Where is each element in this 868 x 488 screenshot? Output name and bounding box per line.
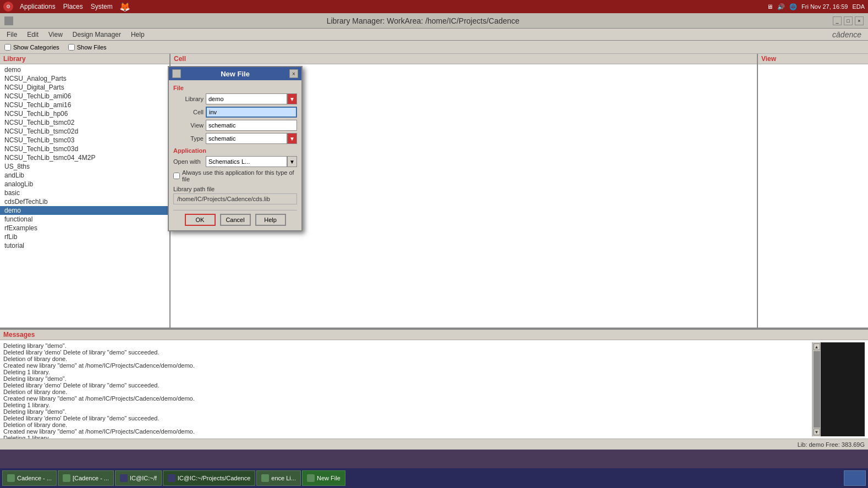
window-icon <box>4 16 13 25</box>
view-list <box>758 64 868 328</box>
always-use-checkbox[interactable] <box>173 173 180 179</box>
system-menu[interactable]: System <box>87 2 116 12</box>
taskbar-cadence2[interactable]: [Cadence - ... <box>58 470 114 486</box>
taskbar-ic1[interactable]: IC@IC:~/f <box>115 470 162 486</box>
menu-view[interactable]: View <box>44 30 67 40</box>
library-item-8[interactable]: NCSU_TechLib_tsmc03 <box>0 136 169 145</box>
library-item-9[interactable]: NCSU_TechLib_tsmc03d <box>0 145 169 153</box>
library-item-11[interactable]: US_8ths <box>0 162 169 171</box>
scroll-up-btn[interactable]: ▲ <box>814 343 820 350</box>
cell-field-label: Cell <box>173 109 204 115</box>
library-item-3[interactable]: NCSU_TechLib_ami06 <box>0 92 169 101</box>
dialog-title: New File <box>181 70 289 78</box>
library-item-0[interactable]: demo <box>0 65 169 74</box>
open-with-row: Open with ▼ <box>173 156 297 167</box>
taskbar-ence-icon <box>261 474 269 482</box>
open-with-label: Open with <box>173 158 204 165</box>
library-input[interactable] <box>206 93 287 104</box>
library-item-15[interactable]: cdsDefTechLib <box>0 197 169 206</box>
library-item-6[interactable]: NCSU_TechLib_tsmc02 <box>0 118 169 127</box>
type-field-label: Type <box>173 135 204 142</box>
library-item-19[interactable]: rfLib <box>0 232 169 241</box>
sys-tray-sound: 🔊 <box>777 3 785 10</box>
type-dropdown-btn[interactable]: ▼ <box>287 133 297 144</box>
cancel-button[interactable]: Cancel <box>220 214 251 226</box>
taskbar-cadence[interactable]: Cadence - ... <box>2 470 57 486</box>
taskbar-newfile-icon <box>307 474 315 482</box>
username: EDA <box>852 3 865 10</box>
taskbar-newfile-label: New File <box>317 475 340 481</box>
file-section-label: File <box>173 85 297 91</box>
library-dropdown-btn[interactable]: ▼ <box>287 93 297 104</box>
taskbar-ic2[interactable]: IC@IC:~/Projects/Cadence <box>163 470 256 486</box>
taskbar-cadence-label: Cadence - ... <box>17 475 52 481</box>
app-select-wrap: ▼ <box>206 156 297 167</box>
minimize-button[interactable]: _ <box>833 16 842 25</box>
places-menu[interactable]: Places <box>60 2 86 12</box>
messages-footer-text: Lib: demo Free: 383.69G <box>798 441 865 448</box>
taskbar-newfile[interactable]: New File <box>302 470 345 486</box>
library-item-5[interactable]: NCSU_TechLib_hp06 <box>0 109 169 118</box>
message-line-0: Deleting library "demo". <box>3 342 812 349</box>
show-categories-checkbox[interactable]: Show Categories <box>4 44 59 51</box>
library-item-16[interactable]: demo <box>0 206 169 215</box>
show-files-checkbox[interactable]: Show Files <box>68 44 107 51</box>
library-item-12[interactable]: andLib <box>0 171 169 180</box>
new-file-dialog: New File × File Library ▼ Cell View Type… <box>168 66 303 231</box>
show-files-label: Show Files <box>77 44 107 51</box>
menu-file[interactable]: File <box>2 30 21 40</box>
sys-tray-network2: 🌐 <box>789 3 797 10</box>
messages-scrollbar[interactable]: ▲ ▼ <box>812 342 821 436</box>
library-item-2[interactable]: NCSU_Digital_Parts <box>0 83 169 92</box>
taskbar-ence[interactable]: ence Li... <box>256 470 301 486</box>
library-list[interactable]: demoNCSU_Analog_PartsNCSU_Digital_PartsN… <box>0 64 169 328</box>
maximize-button[interactable]: □ <box>844 16 853 25</box>
system-bar-right: 🖥 🔊 🌐 Fri Nov 27, 16:59 EDA <box>767 3 865 10</box>
dialog-close-button[interactable]: × <box>289 69 298 78</box>
menu-bar-items: File Edit View Design Manager Help <box>2 30 149 40</box>
dialog-title-bar: New File × <box>169 67 301 80</box>
taskbar: Cadence - ... [Cadence - ... IC@IC:~/f I… <box>0 468 868 488</box>
cell-input[interactable] <box>206 107 297 118</box>
library-item-20[interactable]: tutorial <box>0 241 169 250</box>
app-dropdown-btn[interactable]: ▼ <box>287 156 297 167</box>
message-line-8: Created new library "demo" at /home/IC/P… <box>3 395 812 402</box>
messages-header: Messages <box>0 330 868 340</box>
library-item-17[interactable]: functional <box>0 215 169 224</box>
menu-edit[interactable]: Edit <box>23 30 43 40</box>
messages-content: Deleting library "demo".Deleted library … <box>0 340 868 439</box>
library-item-14[interactable]: basic <box>0 188 169 197</box>
message-line-13: Created new library "demo" at /home/IC/P… <box>3 428 812 435</box>
taskbar-desktop-btn[interactable] <box>844 470 866 486</box>
show-files-input[interactable] <box>68 44 75 51</box>
taskbar-ic1-label: IC@IC:~/f <box>130 475 157 481</box>
applications-menu[interactable]: Applications <box>17 2 59 12</box>
library-item-13[interactable]: analogLib <box>0 180 169 188</box>
library-item-7[interactable]: NCSU_TechLib_tsmc02d <box>0 127 169 136</box>
app-input[interactable] <box>206 156 287 167</box>
show-categories-input[interactable] <box>4 44 11 51</box>
type-input[interactable] <box>206 133 287 144</box>
dialog-icon <box>172 69 181 78</box>
taskbar-cadence-icon <box>7 474 15 482</box>
menu-design-manager[interactable]: Design Manager <box>68 30 125 40</box>
library-item-18[interactable]: rfExamples <box>0 224 169 232</box>
taskbar-cadence2-icon <box>63 474 70 482</box>
help-button[interactable]: Help <box>255 214 286 226</box>
message-line-7: Deletion of library done. <box>3 389 812 395</box>
ok-button[interactable]: OK <box>185 214 216 226</box>
view-input[interactable] <box>206 120 297 131</box>
message-line-4: Deleting 1 library. <box>3 369 812 375</box>
library-item-4[interactable]: NCSU_TechLib_ami16 <box>0 101 169 109</box>
library-item-10[interactable]: NCSU_TechLib_tsmc04_4M2P <box>0 153 169 162</box>
firefox-icon: 🦊 <box>119 2 130 12</box>
close-button[interactable]: × <box>855 16 864 25</box>
taskbar-ic2-icon <box>168 474 175 482</box>
path-section: Library path file /home/IC/Projects/Cade… <box>173 186 297 204</box>
view-header: View <box>758 54 868 64</box>
menu-help[interactable]: Help <box>127 30 149 40</box>
library-item-1[interactable]: NCSU_Analog_Parts <box>0 74 169 83</box>
scroll-down-btn[interactable]: ▼ <box>814 429 820 435</box>
view-field-label: View <box>173 122 204 129</box>
messages-black-panel <box>821 342 865 436</box>
